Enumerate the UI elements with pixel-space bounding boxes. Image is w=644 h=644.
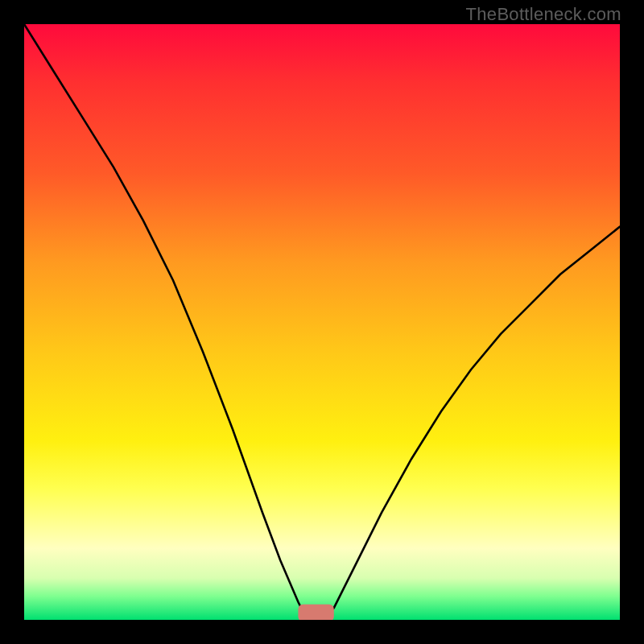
chart-svg [24, 24, 620, 620]
optimum-marker [298, 605, 333, 620]
watermark-text: TheBottleneck.com [466, 4, 621, 25]
chart-plot-area [24, 24, 620, 620]
bottleneck-curve-line [24, 24, 620, 620]
